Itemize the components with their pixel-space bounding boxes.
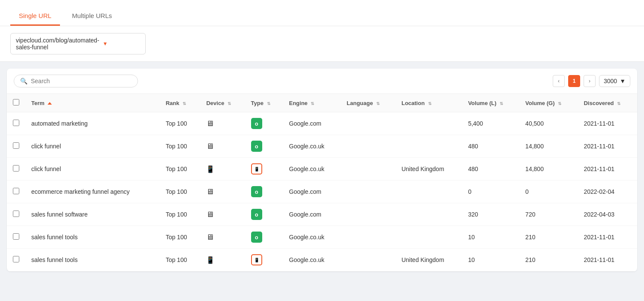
select-all-header[interactable] xyxy=(7,94,25,112)
cell-type: 📱 xyxy=(245,249,283,271)
table-toolbar: 🔍 ‹ 1 › 3000 ▼ xyxy=(7,69,637,94)
col-header-type[interactable]: Type ⇅ xyxy=(245,94,283,112)
desktop-icon: 🖥 xyxy=(206,187,214,196)
cell-location xyxy=(395,135,462,158)
mobile-icon: 📱 xyxy=(206,166,215,173)
mobile-type-badge: 📱 xyxy=(251,163,262,175)
cell-term: automated marketing xyxy=(25,112,160,135)
cell-location: United Kingdom xyxy=(395,249,462,271)
sort-icon-location: ⇅ xyxy=(428,101,431,106)
cell-volume-g: 0 xyxy=(519,181,578,203)
row-checkbox[interactable] xyxy=(13,256,19,262)
cell-type: o xyxy=(245,181,283,203)
per-page-value: 3000 xyxy=(604,78,617,84)
row-checkbox[interactable] xyxy=(13,211,19,217)
sort-icon-rank: ⇅ xyxy=(183,101,186,106)
col-header-volume-g[interactable]: Volume (G) ⇅ xyxy=(519,94,578,112)
cell-discovered: 2021-11-01 xyxy=(578,158,637,181)
row-checkbox[interactable] xyxy=(13,188,19,194)
col-header-device[interactable]: Device ⇅ xyxy=(200,94,245,112)
col-header-volume-l[interactable]: Volume (L) ⇅ xyxy=(462,94,519,112)
col-header-location[interactable]: Location ⇅ xyxy=(395,94,462,112)
cell-term: sales funnel tools xyxy=(25,249,160,271)
cell-volume-g: 210 xyxy=(519,226,578,249)
cell-term: click funnel xyxy=(25,135,160,158)
cell-device: 🖥 xyxy=(200,226,245,249)
cell-language xyxy=(341,226,395,249)
sort-icon-language: ⇅ xyxy=(376,101,380,106)
row-checkbox[interactable] xyxy=(13,233,19,240)
col-header-engine[interactable]: Engine ⇅ xyxy=(283,94,341,112)
row-checkbox[interactable] xyxy=(13,142,19,149)
sort-icon-device: ⇅ xyxy=(228,101,231,106)
prev-page-button[interactable]: ‹ xyxy=(553,75,565,87)
cell-language xyxy=(341,112,395,135)
sort-asc-icon xyxy=(48,102,52,105)
organic-type-badge: o xyxy=(251,118,262,129)
cell-location xyxy=(395,112,462,135)
chevron-down-icon: ▼ xyxy=(103,41,140,47)
cell-term: ecommerce marketing funnel agency xyxy=(25,181,160,203)
cell-rank: Top 100 xyxy=(160,249,201,271)
tabs-section: Single URL Multiple URLs xyxy=(0,0,644,26)
cell-discovered: 2021-11-01 xyxy=(578,249,637,271)
cell-volume-l: 10 xyxy=(462,226,519,249)
cell-language xyxy=(341,249,395,271)
cell-volume-l: 480 xyxy=(462,158,519,181)
cell-volume-g: 210 xyxy=(519,249,578,271)
per-page-dropdown[interactable]: 3000 ▼ xyxy=(599,75,630,87)
row-checkbox[interactable] xyxy=(13,165,19,172)
cell-engine: Google.com xyxy=(283,181,341,203)
cell-type: o xyxy=(245,112,283,135)
cell-device: 🖥 xyxy=(200,203,245,226)
mobile-icon: 📱 xyxy=(206,256,215,264)
url-dropdown[interactable]: vipecloud.com/blog/automated-sales-funne… xyxy=(10,33,146,54)
cell-volume-l: 5,400 xyxy=(462,112,519,135)
next-page-button[interactable]: › xyxy=(584,75,596,87)
sort-icon-type: ⇅ xyxy=(267,101,270,106)
organic-type-badge: o xyxy=(251,141,262,152)
col-header-rank[interactable]: Rank ⇅ xyxy=(160,94,201,112)
cell-language xyxy=(341,158,395,181)
table-row: click funnelTop 100📱📱Google.co.ukUnited … xyxy=(7,158,637,181)
desktop-icon: 🖥 xyxy=(206,142,214,150)
cell-discovered: 2022-04-03 xyxy=(578,203,637,226)
search-icon: 🔍 xyxy=(20,78,27,84)
cell-type: o xyxy=(245,203,283,226)
table-row: automated marketingTop 100🖥oGoogle.com5,… xyxy=(7,112,637,135)
per-page-chevron-icon: ▼ xyxy=(620,78,626,84)
organic-type-badge: o xyxy=(251,209,262,220)
cell-device: 🖥 xyxy=(200,112,245,135)
results-table: Term Rank ⇅ Device ⇅ Type ⇅ Engine ⇅ Lan… xyxy=(7,94,637,271)
cell-volume-g: 40,500 xyxy=(519,112,578,135)
search-input[interactable] xyxy=(31,78,132,84)
cell-discovered: 2022-02-04 xyxy=(578,181,637,203)
url-value: vipecloud.com/blog/automated-sales-funne… xyxy=(16,37,99,51)
sort-icon-engine: ⇅ xyxy=(311,101,314,106)
col-header-language[interactable]: Language ⇅ xyxy=(341,94,395,112)
cell-rank: Top 100 xyxy=(160,203,201,226)
col-header-term[interactable]: Term xyxy=(25,94,160,112)
cell-volume-g: 14,800 xyxy=(519,135,578,158)
cell-rank: Top 100 xyxy=(160,158,201,181)
url-bar-section: vipecloud.com/blog/automated-sales-funne… xyxy=(0,26,644,62)
cell-location xyxy=(395,226,462,249)
row-checkbox[interactable] xyxy=(13,120,19,126)
cell-location: United Kingdom xyxy=(395,158,462,181)
cell-language xyxy=(341,135,395,158)
current-page-button[interactable]: 1 xyxy=(568,75,580,87)
cell-language xyxy=(341,203,395,226)
tab-single-url[interactable]: Single URL xyxy=(10,7,60,26)
col-header-discovered[interactable]: Discovered ⇅ xyxy=(578,94,637,112)
tab-multiple-urls[interactable]: Multiple URLs xyxy=(63,7,120,26)
cell-device: 🖥 xyxy=(200,135,245,158)
cell-type: 📱 xyxy=(245,158,283,181)
main-section: 🔍 ‹ 1 › 3000 ▼ T xyxy=(0,62,644,278)
table-header-row: Term Rank ⇅ Device ⇅ Type ⇅ Engine ⇅ Lan… xyxy=(7,94,637,112)
cell-language xyxy=(341,181,395,203)
select-all-checkbox[interactable] xyxy=(13,99,19,105)
cell-rank: Top 100 xyxy=(160,181,201,203)
cell-location xyxy=(395,181,462,203)
cell-volume-l: 0 xyxy=(462,181,519,203)
search-box[interactable]: 🔍 xyxy=(14,75,138,87)
